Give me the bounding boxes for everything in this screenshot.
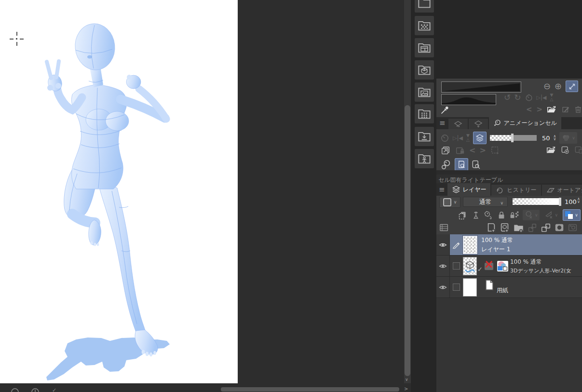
register-cel-icon[interactable] xyxy=(440,145,451,156)
lock-cel-icon[interactable] xyxy=(455,145,465,156)
next-cel-icon[interactable]: > xyxy=(479,147,486,154)
zoom-out-icon[interactable]: ⊖ xyxy=(543,82,551,91)
prev-icon[interactable]: < xyxy=(526,106,532,113)
add-cel-icon[interactable] xyxy=(490,145,501,156)
layer-color-button[interactable]: ∨ xyxy=(563,209,581,221)
draft-layer-icon[interactable] xyxy=(471,210,481,220)
edit-settings-icon[interactable] xyxy=(561,105,570,114)
open-light-table-icon[interactable] xyxy=(546,146,556,154)
visibility-eye-icon[interactable] xyxy=(439,263,447,269)
open-folder-icon[interactable] xyxy=(547,105,557,114)
layer-row-1[interactable]: 100 % 通常 レイヤー 1 xyxy=(436,234,582,256)
layer-thumbnail-3d[interactable] xyxy=(463,257,477,275)
visibility-eye-icon[interactable] xyxy=(439,284,447,290)
mirror-playback-icon[interactable]: ▷|◀ xyxy=(537,95,547,100)
material-bar xyxy=(411,0,436,392)
light-table-opacity-value: 50 xyxy=(542,135,550,142)
layer-opacity-spinner[interactable]: ∧∨ xyxy=(577,198,580,204)
light-table-opacity-slider[interactable] xyxy=(490,134,537,142)
undo-icon[interactable]: ↺ xyxy=(504,94,511,102)
step-icon[interactable]: ▼△ xyxy=(466,134,470,142)
edit-target-checkbox[interactable] xyxy=(453,284,460,291)
render-disabled-badge[interactable]: × xyxy=(484,261,494,271)
edit-target-checkbox[interactable] xyxy=(453,262,460,270)
ruler-dropdown[interactable]: ∨ xyxy=(543,210,560,220)
material-folder-button[interactable] xyxy=(415,0,434,13)
tab-light-table-list[interactable] xyxy=(469,119,488,129)
panel-menu-icon[interactable]: ≡ xyxy=(439,120,446,127)
clipping-icon[interactable] xyxy=(458,210,468,220)
layer-panel-menu-icon[interactable]: ≡ xyxy=(439,186,445,193)
opacity-slider-handle[interactable] xyxy=(511,134,514,142)
canvas-fit-icon[interactable]: ✓ xyxy=(52,388,56,392)
hscroll-right-arrow-icon[interactable]: > xyxy=(404,387,408,392)
canvas[interactable] xyxy=(0,0,238,383)
trash-icon[interactable] xyxy=(574,105,582,114)
vscroll-down-arrow-icon[interactable]: ∨ xyxy=(405,378,408,382)
delete-cel-icon[interactable] xyxy=(574,145,582,155)
material-download-folder-button[interactable] xyxy=(415,127,434,146)
fit-to-window-button[interactable] xyxy=(566,81,578,92)
layer-thumbnail[interactable] xyxy=(463,236,477,254)
tab-animation-cel[interactable]: アニメーションセル xyxy=(489,117,561,129)
prev-cel-icon[interactable]: < xyxy=(469,147,475,154)
zoom-in-icon[interactable]: ⊕ xyxy=(555,82,562,91)
cel-magnify-button[interactable] xyxy=(455,158,468,171)
timer-icon[interactable] xyxy=(525,93,533,102)
layer-row-2[interactable]: ✓ × 100 % 通常 3Dデッサン人形-Ver2(女 xyxy=(436,256,582,277)
3d-drawing-figure[interactable] xyxy=(0,0,238,383)
canvas-hscrollbar-thumb[interactable] xyxy=(221,387,399,392)
canvas-vscrollbar-thumb[interactable] xyxy=(405,105,410,376)
palette-color-dropdown[interactable]: ∨ xyxy=(439,197,460,208)
canvas-vscrollbar[interactable]: ∨ xyxy=(404,0,411,383)
layer-mask-icon[interactable] xyxy=(554,222,565,233)
lock-icon[interactable] xyxy=(497,210,506,220)
material-grid-folder-button[interactable] xyxy=(415,104,434,123)
redo-icon[interactable]: ↻ xyxy=(514,94,521,102)
material-pattern-folder-button[interactable] xyxy=(415,16,434,35)
tab-history[interactable]: ヒストリー xyxy=(491,185,541,196)
new-folder-icon[interactable] xyxy=(513,222,524,233)
snap-frame-icon[interactable]: ▼△ xyxy=(550,93,553,102)
visibility-eye-icon[interactable] xyxy=(439,242,447,248)
vector-pen-icon[interactable] xyxy=(484,210,494,220)
layer-view-toggle-icon[interactable] xyxy=(439,223,449,232)
tab-auto-action[interactable]: オートアクション xyxy=(542,185,582,196)
new-layer-by-type-icon[interactable] xyxy=(500,222,510,233)
lock-transparent-pixels-icon[interactable] xyxy=(509,210,519,220)
panel-resize-handle[interactable]: ····· xyxy=(436,170,582,175)
cel-settings-icon[interactable] xyxy=(560,145,570,155)
layer-opacity-slider[interactable] xyxy=(513,198,562,206)
brush-shape-preview[interactable] xyxy=(441,94,496,105)
next-icon[interactable]: > xyxy=(537,106,543,113)
mask-area-dropdown[interactable]: ∨ xyxy=(523,210,540,220)
edit-target-pencil-icon[interactable] xyxy=(452,241,460,249)
merge-to-lower-icon[interactable] xyxy=(541,222,551,233)
transfer-to-lower-icon[interactable] xyxy=(527,222,538,233)
onion-skin-timer-icon[interactable] xyxy=(440,134,449,143)
frame-magnify-icon[interactable] xyxy=(471,160,481,169)
brush-stroke-preview[interactable] xyxy=(441,81,521,93)
material-card-folder-button[interactable] xyxy=(415,38,434,57)
flip-icon[interactable]: ▷|◀ xyxy=(453,135,463,141)
blend-display-button[interactable]: ∨ xyxy=(559,132,577,144)
canvas-rotate-icon[interactable] xyxy=(11,387,19,392)
material-image-folder-button[interactable] xyxy=(415,82,434,102)
opacity-spinner[interactable]: ∧∨ xyxy=(553,135,556,141)
material-pose-folder-button[interactable] xyxy=(415,149,434,168)
layer-opacity-handle[interactable] xyxy=(559,198,561,206)
new-raster-layer-icon[interactable] xyxy=(486,222,497,233)
eyedropper-icon[interactable] xyxy=(440,105,450,115)
apply-mask-icon[interactable] xyxy=(568,222,578,233)
tab-cel-specific-light-table[interactable] xyxy=(448,119,468,129)
layer-row-3[interactable]: 用紙 xyxy=(436,277,582,298)
tab-layer[interactable]: レイヤー xyxy=(447,183,491,196)
bulb-ring-icon[interactable] xyxy=(440,159,452,170)
blend-mode-dropdown[interactable]: 通常 ∨ xyxy=(463,197,508,207)
dock-empty-area xyxy=(436,298,582,392)
enable-light-table-button[interactable] xyxy=(473,132,487,144)
material-3d-folder-button[interactable] xyxy=(415,60,434,80)
canvas-hscrollbar[interactable]: ✓ > xyxy=(0,386,411,392)
canvas-reset-icon[interactable] xyxy=(31,387,40,392)
paper-thumbnail[interactable] xyxy=(463,278,477,297)
